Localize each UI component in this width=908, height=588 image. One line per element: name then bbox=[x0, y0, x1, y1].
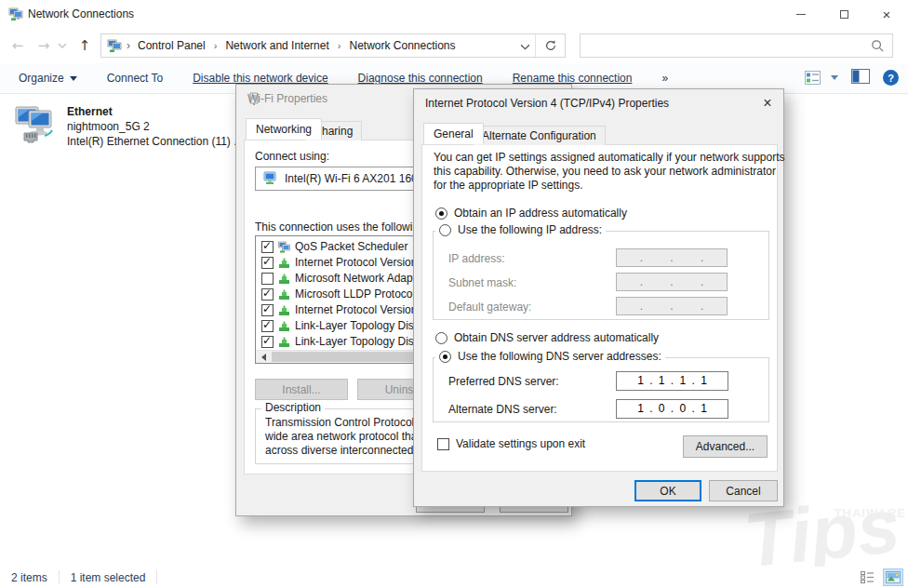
list-item[interactable]: ✓ QoS Packet Scheduler bbox=[261, 240, 407, 253]
address-bar[interactable]: › Control Panel › Network and Internet ›… bbox=[100, 33, 566, 58]
default-gateway-label: Default gateway: bbox=[448, 301, 531, 314]
radio-unselected-icon bbox=[439, 224, 451, 236]
install-button[interactable]: Install... bbox=[255, 379, 348, 400]
maximize-button[interactable] bbox=[822, 0, 865, 28]
breadcrumb-chevron: › bbox=[127, 39, 138, 52]
checkbox-checked[interactable]: ✓ bbox=[261, 257, 274, 269]
ethernet-adapter-icon bbox=[13, 102, 58, 147]
search-icon[interactable] bbox=[871, 39, 885, 53]
check-icon: ✓ bbox=[262, 318, 272, 331]
connection-name: Ethernet bbox=[67, 104, 240, 119]
qos-icon bbox=[278, 241, 290, 253]
minimize-button[interactable] bbox=[780, 0, 822, 28]
change-view-button[interactable] bbox=[805, 71, 838, 85]
alternate-dns-field[interactable]: 1 . 0 . 0 . 1 bbox=[616, 399, 728, 419]
caret-down-icon bbox=[70, 76, 77, 81]
radio-selected-icon bbox=[439, 351, 451, 363]
view-toggle-buttons bbox=[858, 569, 902, 585]
radio-use-ip-label: Use the following IP address: bbox=[458, 223, 602, 236]
up-button[interactable]: ↑ bbox=[73, 33, 97, 58]
thumbnail-view-icon bbox=[886, 571, 901, 583]
list-item[interactable]: ✓ Link-Layer Topology Discov bbox=[261, 319, 432, 332]
use-ip-groupbox: Use the following IP address: IP address… bbox=[433, 231, 769, 320]
radio-obtain-dns-label: Obtain DNS server address automatically bbox=[454, 331, 659, 344]
window-controls: × bbox=[780, 0, 908, 28]
breadcrumb-control-panel[interactable]: Control Panel bbox=[138, 39, 206, 52]
list-item[interactable]: ✓ Link-Layer Topology Discov bbox=[261, 335, 432, 348]
preferred-dns-field[interactable]: 1 . 1 . 1 . 1 bbox=[616, 371, 728, 391]
preview-pane-button[interactable] bbox=[851, 69, 870, 87]
radio-obtain-ip-label: Obtain an IP address automatically bbox=[454, 207, 627, 220]
ethernet-connection-item[interactable]: Ethernet nightmoon_5G 2 Intel(R) Etherne… bbox=[9, 100, 237, 153]
rename-connection-button[interactable]: Rename this connection bbox=[513, 72, 633, 85]
tab-alternate-configuration[interactable]: Alternate Configuration bbox=[473, 126, 606, 145]
check-icon: ✓ bbox=[262, 287, 272, 300]
help-icon: ? bbox=[888, 73, 894, 84]
status-bar: 2 items 1 item selected bbox=[0, 567, 908, 588]
radio-use-dns[interactable]: Use the following DNS server addresses: bbox=[435, 350, 665, 363]
checkbox-checked[interactable]: ✓ bbox=[261, 241, 274, 253]
radio-use-ip[interactable]: Use the following IP address: bbox=[435, 223, 606, 236]
recent-locations-button[interactable] bbox=[54, 33, 71, 58]
checkbox-checked[interactable]: ✓ bbox=[261, 304, 274, 316]
use-dns-groupbox: Use the following DNS server addresses: … bbox=[433, 357, 769, 422]
back-button[interactable]: ← bbox=[6, 33, 30, 58]
ethernet-item-text: Ethernet nightmoon_5G 2 Intel(R) Etherne… bbox=[67, 104, 240, 149]
disable-device-button[interactable]: Disable this network device bbox=[193, 72, 327, 85]
toolbar-overflow-button[interactable]: » bbox=[661, 72, 668, 85]
list-item-label: Link-Layer Topology Discov bbox=[295, 335, 432, 348]
diagnose-connection-button[interactable]: Diagnose this connection bbox=[358, 72, 483, 85]
ipv4-close-button[interactable]: × bbox=[753, 90, 782, 116]
cancel-button[interactable]: Cancel bbox=[709, 480, 778, 501]
breadcrumb-network-connections[interactable]: Network Connections bbox=[349, 39, 455, 52]
validate-settings-checkbox[interactable]: Validate settings upon exit bbox=[437, 437, 585, 450]
validate-settings-label: Validate settings upon exit bbox=[456, 437, 585, 450]
network-location-icon bbox=[107, 38, 122, 53]
list-item[interactable]: Microsoft Network Adapter bbox=[261, 272, 426, 285]
ipv4-dialog-title: Internet Protocol Version 4 (TCP/IPv4) P… bbox=[425, 97, 669, 110]
thumbnail-view-button[interactable] bbox=[884, 569, 902, 585]
list-item[interactable]: ✓ Internet Protocol Version 6 ( bbox=[261, 303, 434, 316]
tab-networking[interactable]: Networking bbox=[246, 118, 322, 140]
list-item-label: Microsoft Network Adapter bbox=[295, 272, 426, 285]
caret-down-icon bbox=[831, 75, 838, 80]
navigation-bar: ← → ↑ › Control Panel › Network and Inte… bbox=[0, 28, 908, 63]
forward-icon: → bbox=[38, 37, 50, 54]
checkbox-unchecked[interactable] bbox=[261, 273, 274, 285]
details-view-button[interactable] bbox=[858, 569, 876, 585]
refresh-button[interactable] bbox=[535, 34, 565, 57]
list-item-label: QoS Packet Scheduler bbox=[295, 240, 407, 253]
list-item[interactable]: ✓ Internet Protocol Version 4 ( bbox=[261, 256, 434, 269]
tab-general[interactable]: General bbox=[423, 123, 484, 144]
connect-using-label: Connect using: bbox=[255, 150, 329, 163]
adapter-icon bbox=[262, 170, 277, 188]
radio-obtain-dns[interactable]: Obtain DNS server address automatically bbox=[435, 331, 659, 344]
ok-button[interactable]: OK bbox=[634, 480, 701, 501]
advanced-button[interactable]: Advanced... bbox=[683, 435, 768, 458]
connect-to-button[interactable]: Connect To bbox=[107, 72, 164, 85]
radio-obtain-ip[interactable]: Obtain an IP address automatically bbox=[435, 207, 627, 220]
address-dropdown-button[interactable] bbox=[520, 41, 531, 52]
close-button[interactable]: × bbox=[865, 0, 908, 28]
subnet-mask-field: . . . bbox=[616, 273, 728, 291]
scroll-left-button[interactable] bbox=[256, 351, 271, 363]
ipv4-dialog-titlebar[interactable]: Internet Protocol Version 4 (TCP/IPv4) P… bbox=[414, 89, 783, 117]
list-item[interactable]: ✓ Microsoft LLDP Protocol Dr bbox=[261, 287, 430, 301]
protocol-icon bbox=[278, 320, 290, 332]
search-input[interactable] bbox=[586, 36, 865, 55]
help-button[interactable]: ? bbox=[883, 70, 899, 86]
description-line: wide area network protocol that pr bbox=[265, 430, 436, 444]
breadcrumb-network-and-internet[interactable]: Network and Internet bbox=[225, 39, 328, 52]
forward-button[interactable]: → bbox=[32, 33, 56, 58]
checkbox-unchecked bbox=[437, 438, 449, 450]
items-list-label: This connection uses the following it bbox=[255, 220, 434, 234]
organize-menu[interactable]: Organize bbox=[19, 72, 77, 85]
checkbox-checked[interactable]: ✓ bbox=[261, 320, 274, 332]
protocol-icon bbox=[278, 273, 290, 285]
intro-line: for the appropriate IP settings. bbox=[434, 179, 785, 193]
close-icon: × bbox=[763, 95, 771, 112]
checkbox-checked[interactable]: ✓ bbox=[261, 288, 274, 301]
checkbox-checked[interactable]: ✓ bbox=[261, 336, 274, 348]
view-options-icon bbox=[805, 71, 821, 85]
items-count: 2 items bbox=[0, 570, 60, 584]
